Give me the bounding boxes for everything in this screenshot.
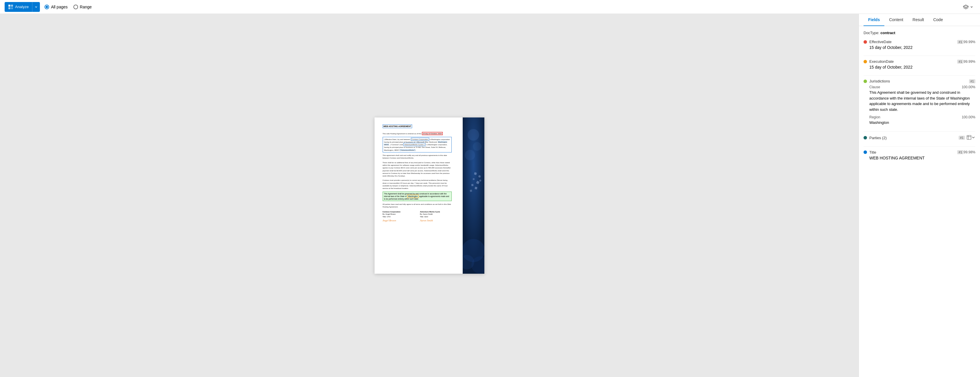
field-jurisdictions-header: Jurisdictions #1 bbox=[864, 79, 975, 83]
doc-section1: This agreement shall void and nullify an… bbox=[383, 154, 452, 160]
range-radio[interactable]: Range bbox=[73, 5, 92, 9]
doc-jurisdiction-highlight: This Agreement shall be governed by and … bbox=[383, 192, 452, 201]
doc-adventureworks-highlight: AdventureWorks Cycles ( bbox=[403, 143, 425, 146]
field-execution-date-value: 15 day of October, 2022 bbox=[864, 65, 975, 69]
doc-title: WEB HOSTING AGREEMENT bbox=[383, 125, 412, 128]
document-viewer[interactable]: WEB HOSTING AGREEMENT This web Hosting A… bbox=[0, 14, 859, 377]
field-execution-date-confidence: 99.99% bbox=[964, 60, 975, 64]
svg-rect-14 bbox=[474, 187, 477, 189]
field-parties: Parties (2) #1 bbox=[864, 135, 975, 141]
doc-parties: Contoso Corporation By: Angel Brown Titl… bbox=[383, 211, 452, 222]
field-effective-date-confidence: 99.99% bbox=[964, 40, 975, 44]
range-radio-circle bbox=[73, 5, 78, 9]
field-title-badge: #1 bbox=[957, 150, 964, 154]
svg-rect-19 bbox=[967, 136, 971, 139]
svg-rect-3 bbox=[11, 7, 13, 9]
svg-rect-2 bbox=[8, 7, 10, 9]
field-effective-date-value: 15 day of October, 2022 bbox=[864, 45, 975, 50]
doc-date-highlight: 15 day of October, 2022 bbox=[422, 132, 443, 135]
divider-1 bbox=[864, 56, 975, 56]
field-parties-badge: #1 bbox=[959, 136, 965, 140]
field-effective-date: EffectiveDate #1 99.99% 15 day of Octobe… bbox=[864, 40, 975, 50]
doc-party1-title: Title: CTO bbox=[383, 216, 414, 218]
field-effective-date-dot bbox=[864, 40, 867, 44]
field-execution-date-dot bbox=[864, 60, 867, 63]
all-pages-radio[interactable]: All pages bbox=[45, 5, 68, 9]
doc-section3: Contoso must provide a person(s) to corr… bbox=[383, 179, 452, 190]
field-jurisdictions-badge: #1 bbox=[969, 79, 975, 83]
field-effective-date-name: EffectiveDate bbox=[869, 40, 956, 44]
doc-section2: There shall be no additional fees of any… bbox=[383, 161, 452, 177]
doctype-value: contract bbox=[881, 31, 895, 35]
layers-icon bbox=[963, 4, 969, 10]
field-parties-expand[interactable] bbox=[971, 136, 975, 140]
field-jurisdictions-name: Jurisdictions bbox=[869, 79, 968, 83]
panel-tabs: Fields Content Result Code bbox=[859, 14, 980, 26]
doc-party-block: ( Effective Date ) by and between Contos… bbox=[383, 137, 452, 152]
layers-button[interactable] bbox=[960, 3, 975, 11]
field-parties-dot bbox=[864, 136, 867, 139]
tab-result[interactable]: Result bbox=[908, 14, 929, 26]
doc-intro: This web Hosting Agreement is entered as… bbox=[383, 132, 452, 135]
doc-party2-by: By: Aaron Smith bbox=[420, 213, 452, 216]
page-selection: All pages Range bbox=[45, 5, 92, 9]
svg-point-7 bbox=[465, 150, 475, 160]
doc-party2-signature: Aaron Smith bbox=[420, 219, 452, 222]
divider-3 bbox=[864, 131, 975, 132]
subfield-region-label: Region 100.00% bbox=[869, 115, 975, 119]
field-execution-date-name: ExecutionDate bbox=[869, 59, 956, 64]
field-effective-date-header: EffectiveDate #1 99.99% bbox=[864, 40, 975, 44]
table-icon bbox=[967, 135, 971, 141]
main-content: WEB HOSTING AGREEMENT This web Hosting A… bbox=[0, 14, 980, 377]
subfield-clause: Clause 100.00% This Agreement shall be g… bbox=[864, 85, 975, 112]
svg-rect-10 bbox=[473, 178, 474, 180]
field-title-value: WEB HOSTING AGREEMENT bbox=[864, 156, 975, 160]
divider-4 bbox=[864, 146, 975, 147]
field-title-dot bbox=[864, 150, 867, 154]
analyze-button[interactable]: Analyze bbox=[5, 2, 40, 12]
tab-content[interactable]: Content bbox=[885, 14, 908, 26]
svg-rect-12 bbox=[471, 184, 473, 186]
doc-party2-title: Title: CEO bbox=[420, 216, 452, 218]
document-page: WEB HOSTING AGREEMENT This web Hosting A… bbox=[375, 117, 484, 274]
subfield-region-confidence: 100.00% bbox=[962, 115, 975, 119]
doc-contoso-highlight: Contoso Corporation bbox=[411, 138, 429, 141]
doc-party1: Contoso Corporation By: Angel Brown Titl… bbox=[383, 211, 414, 222]
doc-closing: All parties have read and fully agree to… bbox=[383, 203, 452, 208]
field-title: Title #1 99.98% WEB HOSTING AGREEMENT bbox=[864, 150, 975, 160]
field-jurisdictions-dot bbox=[864, 80, 867, 83]
doctype-row: DocType: contract bbox=[864, 31, 975, 35]
document-content: WEB HOSTING AGREEMENT This web Hosting A… bbox=[383, 125, 452, 222]
doc-washington-highlight: Washington bbox=[407, 195, 419, 198]
field-parties-name: Parties (2) bbox=[869, 136, 958, 140]
field-execution-date-header: ExecutionDate #1 99.99% bbox=[864, 59, 975, 64]
analyze-icon bbox=[8, 4, 13, 10]
doc-party2: Adventure Works Cycle By: Aaron Smith Ti… bbox=[420, 211, 452, 222]
svg-rect-0 bbox=[8, 5, 10, 6]
right-panel: Fields Content Result Code DocType: cont… bbox=[859, 14, 980, 377]
subfield-region-value: Washington bbox=[869, 120, 975, 126]
svg-point-6 bbox=[473, 142, 482, 151]
field-jurisdictions: Jurisdictions #1 Clause 100.00% This Agr… bbox=[864, 79, 975, 126]
all-pages-label: All pages bbox=[51, 5, 68, 9]
field-execution-date: ExecutionDate #1 99.99% 15 day of Octobe… bbox=[864, 59, 975, 69]
subfield-clause-confidence: 100.00% bbox=[962, 85, 975, 89]
chevron-down-icon bbox=[35, 5, 38, 8]
analyze-label: Analyze bbox=[15, 5, 29, 9]
doc-party1-name: Contoso Corporation bbox=[383, 211, 414, 213]
tab-code[interactable]: Code bbox=[929, 14, 947, 26]
tab-fields[interactable]: Fields bbox=[864, 14, 885, 26]
chevron-down-icon-layers bbox=[970, 5, 973, 8]
analyze-main[interactable]: Analyze bbox=[5, 2, 32, 12]
doc-party2-name: Adventure Works Cycle bbox=[420, 211, 452, 213]
field-parties-header: Parties (2) #1 bbox=[864, 135, 975, 141]
subfield-clause-label: Clause 100.00% bbox=[869, 85, 975, 89]
range-label: Range bbox=[80, 5, 92, 9]
field-title-confidence: 99.98% bbox=[964, 150, 975, 154]
subfield-region: Region 100.00% Washington bbox=[864, 115, 975, 126]
subfield-clause-value: This Agreement shall be governed by and … bbox=[869, 90, 975, 112]
field-title-name: Title bbox=[869, 150, 956, 155]
analyze-dropdown[interactable] bbox=[32, 2, 40, 12]
svg-rect-1 bbox=[11, 5, 13, 6]
toolbar-right bbox=[960, 3, 975, 11]
